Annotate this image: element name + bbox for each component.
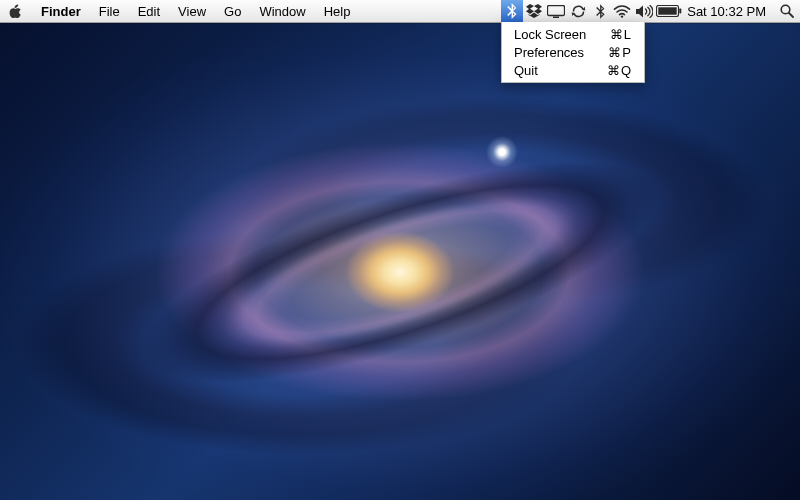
- svg-rect-0: [548, 5, 565, 15]
- battery-menu-extra[interactable]: [655, 0, 683, 22]
- svg-line-7: [789, 13, 793, 17]
- menu-item-label: Preferences: [514, 45, 590, 60]
- svg-rect-5: [680, 9, 682, 14]
- apple-menu[interactable]: [0, 0, 32, 22]
- menu-go[interactable]: Go: [215, 0, 250, 22]
- menubar-left: Finder File Edit View Go Window Help: [0, 0, 359, 22]
- menu-file[interactable]: File: [90, 0, 129, 22]
- menu-help[interactable]: Help: [315, 0, 360, 22]
- menu-item-shortcut: ⌘P: [608, 45, 632, 60]
- bluetooth-status-icon[interactable]: [589, 0, 611, 22]
- spotlight-icon[interactable]: [774, 4, 800, 18]
- svg-rect-1: [553, 16, 559, 18]
- menubar-clock[interactable]: Sat 10:32 PM: [683, 4, 774, 19]
- volume-menu-extra[interactable]: [633, 0, 655, 22]
- menu-item-lock-screen[interactable]: Lock Screen ⌘L: [502, 25, 644, 43]
- menu-item-shortcut: ⌘Q: [607, 63, 632, 78]
- menu-item-label: Quit: [514, 63, 589, 78]
- menu-item-label: Lock Screen: [514, 27, 592, 42]
- menu-item-preferences[interactable]: Preferences ⌘P: [502, 43, 644, 61]
- wifi-menu-extra[interactable]: [611, 0, 633, 22]
- svg-rect-4: [659, 7, 677, 14]
- menu-item-shortcut: ⌘L: [610, 27, 632, 42]
- sync-menu-extra[interactable]: [567, 0, 589, 22]
- menu-view[interactable]: View: [169, 0, 215, 22]
- menubar: Finder File Edit View Go Window Help: [0, 0, 800, 23]
- menu-extra-dropdown: Lock Screen ⌘L Preferences ⌘P Quit ⌘Q: [501, 22, 645, 83]
- app-menu-finder[interactable]: Finder: [32, 0, 90, 22]
- menu-edit[interactable]: Edit: [129, 0, 169, 22]
- menu-item-quit[interactable]: Quit ⌘Q: [502, 61, 644, 79]
- bluetooth-menu-extra[interactable]: [501, 0, 523, 22]
- svg-point-2: [621, 15, 623, 17]
- display-menu-extra[interactable]: [545, 0, 567, 22]
- menu-window[interactable]: Window: [250, 0, 314, 22]
- desktop-wallpaper[interactable]: [0, 22, 800, 500]
- starfield-faint: [0, 22, 800, 500]
- menubar-status-area: Sat 10:32 PM: [501, 0, 800, 22]
- dropbox-menu-extra[interactable]: [523, 0, 545, 22]
